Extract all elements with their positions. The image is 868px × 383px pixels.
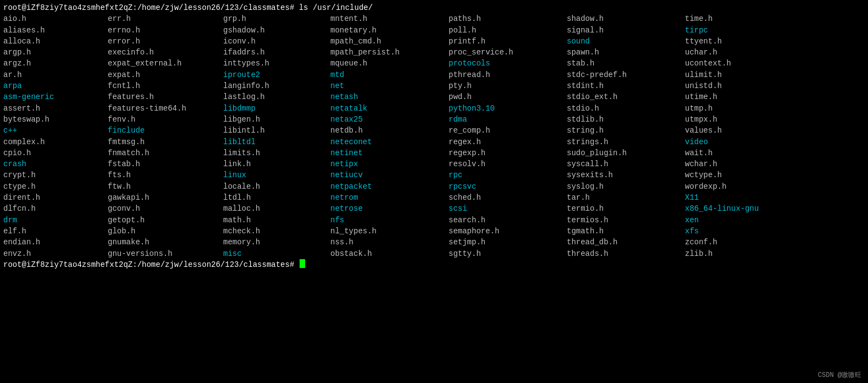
file-cell: spawn.h: [567, 47, 685, 58]
file-cell: gawkapi.h: [108, 192, 223, 203]
file-cell: zconf.h: [685, 237, 865, 248]
file-cell: asm-generic: [3, 91, 108, 102]
file-cell: cpio.h: [3, 147, 108, 158]
file-cell: threads.h: [567, 248, 685, 259]
file-cell: crash: [3, 158, 108, 169]
file-cell: re_comp.h: [449, 125, 567, 136]
file-cell: sudo_plugin.h: [567, 147, 685, 158]
file-cell: paths.h: [449, 13, 567, 24]
file-cell: signal.h: [567, 25, 685, 36]
file-cell: nss.h: [330, 237, 449, 248]
file-cell: ar.h: [3, 69, 108, 80]
file-cell: grp.h: [223, 13, 330, 24]
file-cell: nfs: [330, 215, 449, 226]
file-cell: c++: [3, 125, 108, 136]
file-cell: glob.h: [108, 226, 223, 237]
file-cell: neteconet: [330, 136, 449, 147]
file-cell: gnumake.h: [108, 237, 223, 248]
file-cell: err.h: [108, 13, 223, 24]
file-cell: resolv.h: [449, 158, 567, 169]
file-cell: video: [685, 136, 865, 147]
file-cell: utime.h: [685, 91, 865, 102]
file-cell: complex.h: [3, 136, 108, 147]
file-cell: features-time64.h: [108, 103, 223, 114]
file-cell: tirpc: [685, 25, 865, 36]
file-cell: values.h: [685, 125, 865, 136]
file-cell: elf.h: [3, 226, 108, 237]
file-cell: arpa: [3, 80, 108, 91]
file-cell: setjmp.h: [449, 237, 567, 248]
file-cell: zlib.h: [685, 248, 865, 259]
file-cell: libdmmp: [223, 103, 330, 114]
file-cell: shadow.h: [567, 13, 685, 24]
file-cell: regex.h: [449, 136, 567, 147]
file-cell: mpath_cmd.h: [330, 36, 449, 47]
file-cell: aliases.h: [3, 25, 108, 36]
file-cell: locale.h: [223, 181, 330, 192]
file-cell: string.h: [567, 125, 685, 136]
file-cell: mcheck.h: [223, 226, 330, 237]
file-cell: errno.h: [108, 25, 223, 36]
file-cell: libltdl: [223, 136, 330, 147]
file-cell: sgtty.h: [449, 248, 567, 259]
file-cell: semaphore.h: [449, 226, 567, 237]
file-cell: python3.10: [449, 103, 567, 114]
file-cell: netash: [330, 91, 449, 102]
file-cell: finclude: [108, 125, 223, 136]
file-cell: linux: [223, 169, 330, 180]
file-cell: pty.h: [449, 80, 567, 91]
file-cell: dirent.h: [3, 192, 108, 203]
file-cell: fenv.h: [108, 114, 223, 125]
file-cell: lastlog.h: [223, 91, 330, 102]
file-cell: rpcsvc: [449, 181, 567, 192]
file-cell: ttyent.h: [685, 36, 865, 47]
file-cell: fstab.h: [108, 158, 223, 169]
file-cell: scsi: [449, 203, 567, 214]
file-cell: regexp.h: [449, 147, 567, 158]
file-cell: features.h: [108, 91, 223, 102]
file-cell: misc: [223, 248, 330, 259]
file-cell: ltdl.h: [223, 192, 330, 203]
file-cell: rdma: [449, 114, 567, 125]
file-cell: rpc: [449, 169, 567, 180]
file-cell: netrose: [330, 203, 449, 214]
file-cell: netrom: [330, 192, 449, 203]
file-cell: wchar.h: [685, 158, 865, 169]
file-cell: tgmath.h: [567, 226, 685, 237]
file-cell: stdio.h: [567, 103, 685, 114]
file-cell: stdc-predef.h: [567, 69, 685, 80]
watermark: CSDN @嗷嗷旺: [818, 370, 861, 380]
file-cell: syscall.h: [567, 158, 685, 169]
file-cell: ftw.h: [108, 181, 223, 192]
file-cell: netpacket: [330, 181, 449, 192]
file-cell: wordexp.h: [685, 181, 865, 192]
file-cell: fmtmsg.h: [108, 136, 223, 147]
file-cell: time.h: [685, 13, 865, 24]
file-cell: utmp.h: [685, 103, 865, 114]
file-cell: thread_db.h: [567, 237, 685, 248]
file-cell: iconv.h: [223, 36, 330, 47]
file-cell: nl_types.h: [330, 226, 449, 237]
file-cell: inttypes.h: [223, 58, 330, 69]
file-cell: termios.h: [567, 215, 685, 226]
file-cell: iproute2: [223, 69, 330, 80]
file-cell: gconv.h: [108, 203, 223, 214]
file-cell: mtd: [330, 69, 449, 80]
file-cell: utmpx.h: [685, 114, 865, 125]
terminal: root@iZf8ziy7tao4zsmhefxt2qZ:/home/zjw/l…: [0, 0, 868, 383]
file-cell: stdlib.h: [567, 114, 685, 125]
file-cell: drm: [3, 215, 108, 226]
file-cell: poll.h: [449, 25, 567, 36]
file-cell: gnu-versions.h: [108, 248, 223, 259]
file-cell: ulimit.h: [685, 69, 865, 80]
file-cell: mqueue.h: [330, 58, 449, 69]
file-cell: aio.h: [3, 13, 108, 24]
file-cell: proc_service.h: [449, 47, 567, 58]
file-cell: stdint.h: [567, 80, 685, 91]
file-cell: byteswap.h: [3, 114, 108, 125]
file-cell: alloca.h: [3, 36, 108, 47]
file-cell: netipx: [330, 158, 449, 169]
file-cell: libintl.h: [223, 125, 330, 136]
file-cell: ctype.h: [3, 181, 108, 192]
file-cell: netinet: [330, 147, 449, 158]
